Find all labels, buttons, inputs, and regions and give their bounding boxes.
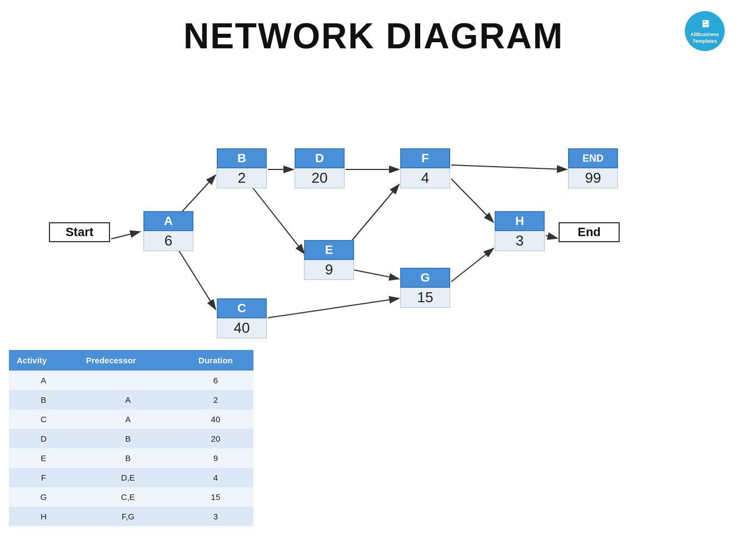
node-start: Start bbox=[49, 222, 110, 242]
cell-activity: E bbox=[9, 448, 78, 468]
cell-predecessor: F,G bbox=[78, 507, 178, 526]
node-D: D 20 bbox=[295, 148, 345, 188]
cell-predecessor: A bbox=[78, 390, 178, 409]
node-B-value: 2 bbox=[217, 168, 267, 188]
cell-predecessor: D,E bbox=[78, 468, 178, 487]
node-F-value: 4 bbox=[400, 168, 450, 188]
col-duration: Duration bbox=[178, 350, 253, 371]
cell-predecessor: C,E bbox=[78, 487, 178, 507]
node-end: End bbox=[559, 222, 620, 242]
node-D-value: 20 bbox=[295, 168, 345, 188]
cell-activity: H bbox=[9, 507, 78, 526]
cell-duration: 15 bbox=[178, 487, 253, 507]
node-F: F 4 bbox=[400, 148, 450, 188]
node-C: C 40 bbox=[217, 298, 267, 338]
activity-table: Activity Predecessor Duration A6BA2CA40D… bbox=[9, 350, 253, 526]
table-row: A6 bbox=[9, 371, 253, 390]
node-C-id: C bbox=[217, 298, 267, 318]
node-G: G 15 bbox=[400, 268, 450, 308]
table-row: GC,E15 bbox=[9, 487, 253, 507]
node-F-id: F bbox=[400, 148, 450, 168]
table-row: DB20 bbox=[9, 429, 253, 448]
logo-icon: 🖥 bbox=[700, 18, 710, 31]
node-H-value: 3 bbox=[495, 231, 545, 251]
arrows-svg bbox=[0, 68, 747, 379]
svg-line-5 bbox=[252, 187, 305, 254]
node-B-id: B bbox=[217, 148, 267, 168]
header: NETWORK DIAGRAM 🖥 AllBusiness Templates bbox=[0, 0, 747, 62]
table-row: BA2 bbox=[9, 390, 253, 409]
cell-predecessor bbox=[78, 371, 178, 390]
node-END-id: END bbox=[568, 148, 618, 168]
cell-predecessor: B bbox=[78, 448, 178, 468]
node-start-label: Start bbox=[49, 222, 110, 242]
cell-duration: 4 bbox=[178, 468, 253, 487]
node-END-value: 99 bbox=[568, 168, 618, 188]
node-G-value: 15 bbox=[400, 288, 450, 308]
cell-activity: C bbox=[9, 409, 78, 429]
svg-line-9 bbox=[268, 298, 399, 318]
node-end-label: End bbox=[559, 222, 620, 242]
table-area: Activity Predecessor Duration A6BA2CA40D… bbox=[9, 350, 253, 526]
node-H-id: H bbox=[495, 211, 545, 231]
col-activity: Activity bbox=[9, 350, 78, 371]
cell-predecessor: A bbox=[78, 409, 178, 429]
cell-activity: A bbox=[9, 371, 78, 390]
node-E-value: 9 bbox=[304, 260, 354, 280]
table-row: EB9 bbox=[9, 448, 253, 468]
cell-activity: F bbox=[9, 468, 78, 487]
cell-activity: B bbox=[9, 390, 78, 409]
node-END: END 99 bbox=[568, 148, 618, 188]
svg-line-11 bbox=[451, 248, 494, 282]
node-C-value: 40 bbox=[217, 318, 267, 338]
table-row: CA40 bbox=[9, 409, 253, 429]
cell-predecessor: B bbox=[78, 429, 178, 448]
table-row: HF,G3 bbox=[9, 507, 253, 526]
node-A-id: A bbox=[143, 211, 193, 231]
logo-line1: AllBusiness bbox=[690, 32, 719, 38]
table-row: FD,E4 bbox=[9, 468, 253, 487]
cell-activity: D bbox=[9, 429, 78, 448]
node-E: E 9 bbox=[304, 240, 354, 280]
svg-line-12 bbox=[546, 236, 557, 238]
col-predecessor: Predecessor bbox=[78, 350, 178, 371]
node-A: A 6 bbox=[143, 211, 193, 251]
cell-duration: 6 bbox=[178, 371, 253, 390]
page-title: NETWORK DIAGRAM bbox=[0, 16, 747, 57]
cell-duration: 20 bbox=[178, 429, 253, 448]
svg-line-13 bbox=[451, 165, 567, 169]
node-G-id: G bbox=[400, 268, 450, 288]
node-E-id: E bbox=[304, 240, 354, 260]
logo-line2: Templates bbox=[693, 38, 717, 45]
cell-activity: G bbox=[9, 487, 78, 507]
cell-duration: 40 bbox=[178, 409, 253, 429]
cell-duration: 2 bbox=[178, 390, 253, 409]
diagram-area: Start A 6 B 2 C 40 D 20 E 9 F 4 G 15 H 3… bbox=[0, 68, 747, 379]
table-header-row: Activity Predecessor Duration bbox=[9, 350, 253, 371]
svg-line-10 bbox=[451, 179, 494, 222]
cell-duration: 3 bbox=[178, 507, 253, 526]
node-A-value: 6 bbox=[143, 231, 193, 251]
logo: 🖥 AllBusiness Templates bbox=[685, 11, 725, 51]
node-H: H 3 bbox=[495, 211, 545, 251]
node-D-id: D bbox=[295, 148, 345, 168]
cell-duration: 9 bbox=[178, 448, 253, 468]
svg-line-1 bbox=[111, 232, 140, 239]
node-B: B 2 bbox=[217, 148, 267, 188]
